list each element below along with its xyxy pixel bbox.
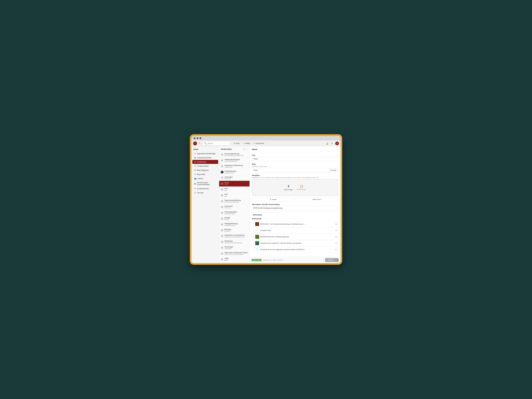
- add-page-icon[interactable]: ✏: [243, 148, 245, 150]
- mp-item-sharepoint[interactable]: ⊟ SharePoint und SharePoint Online share…: [219, 233, 249, 239]
- select-from-button[interactable]: Select from ▾: [296, 197, 338, 201]
- mp-item-arbeits[interactable]: ⊟ Arbeitsablaufanalyse arbeitsablaufanal…: [219, 158, 249, 163]
- delete-item-1-icon[interactable]: 🗑: [335, 229, 337, 232]
- sidebar-item-label-funktions: Funktionsseiten: [197, 165, 209, 167]
- sidebar-item-funktions[interactable]: ☰ Funktionsseiten: [192, 164, 218, 168]
- slug-row: Generate: [252, 168, 338, 172]
- delete-item-2-icon[interactable]: 🗑: [335, 236, 337, 238]
- sidebar-item-blog-kat[interactable]: ⊞ Blog Kategorien: [192, 168, 218, 172]
- mp-item-datenschutz[interactable]: ⊟ Datenschutzerklärung datenschutzerklae…: [219, 198, 249, 204]
- mp-item-strategie[interactable]: ⊟ Strategieberatung strategieberatung: [219, 222, 249, 227]
- mp-item-workshops[interactable]: ⊟ Workshops arbeitsprozessunterstuezung: [219, 239, 249, 245]
- chevron-down-icon: ▾: [321, 198, 322, 200]
- mp-item-slug-agbs: agbs: [224, 260, 248, 261]
- traffic-light-close[interactable]: [194, 137, 196, 139]
- meta-toggle[interactable]: › Meta Daten: [252, 214, 338, 216]
- app-logo: P: [193, 141, 197, 145]
- mp-item-kontakt[interactable]: ⊟ Kontakt kontakt: [219, 216, 249, 222]
- mp-item-office365[interactable]: ⊟ Office 365 und Microsoft Teams office-…: [219, 251, 249, 256]
- sidebar-item-allgemeine[interactable]: ⚙ Allgemeine Einstellungen: [192, 152, 218, 156]
- content-items-list: ⠿ PROFILIUM - Ihre Unternehmensberatung …: [252, 221, 338, 253]
- tab-media[interactable]: ◎ Media: [243, 142, 251, 145]
- notifications-icon[interactable]: 🔔: [325, 142, 329, 145]
- delete-item-3-icon[interactable]: 🗑: [335, 242, 337, 244]
- mp-item-slug-leistungen: leistungen: [224, 178, 248, 180]
- content-item-name-3: "Arbeitsprozesse optimieren" heißt den E…: [260, 242, 334, 244]
- content-item-name-2: Mit PROFILIUM interne Abläufe optimieren: [260, 236, 334, 238]
- settings-icon[interactable]: ⚙: [330, 142, 334, 145]
- grid-icon: ⊞: [194, 169, 196, 171]
- mp-item-agbs[interactable]: ⊟ AGBs agbs: [219, 256, 249, 262]
- mp-item-name-schulungen: Schulungen: [224, 246, 248, 248]
- sidebar-item-inhalts[interactable]: ⊟ Inhaltsseiten: [192, 160, 218, 164]
- search-bar[interactable]: 🔍: [203, 141, 230, 145]
- drag-handle-icon-3[interactable]: ⠿: [253, 242, 254, 244]
- sidebar-item-formular[interactable]: ☰ Formular: [192, 191, 218, 195]
- delete-item-4-icon[interactable]: 🗑: [335, 248, 337, 251]
- more-options-icon[interactable]: ⋮: [246, 148, 248, 150]
- topbar-right: 🔔 ⚙ D: [325, 142, 339, 145]
- title-input[interactable]: [252, 157, 338, 161]
- mp-item-schulungen[interactable]: ⊟ Schulungen schulungen: [219, 245, 249, 251]
- publish-btn-group: Publish ▾: [325, 258, 339, 262]
- chevron-right-icon: ›: [252, 214, 252, 216]
- drag-handle-icon[interactable]: ⠿: [253, 223, 254, 225]
- content-item-1: ⠿ 📄 Company Facts 🗑: [252, 228, 338, 233]
- sidebar-title: Inhalt: [191, 146, 219, 152]
- mp-item-beratung[interactable]: ⊟ Beratung beratung: [219, 227, 249, 233]
- publish-dropdown-arrow[interactable]: ▾: [336, 258, 339, 262]
- mp-item-potenzial[interactable]: ⊟ Potenzialanalyse potenzialanalyse: [219, 210, 249, 216]
- generate-button[interactable]: Generate: [328, 168, 338, 172]
- hauptbild-sublabel: Hauptbild der Seite, wird immer dann ein…: [252, 177, 338, 178]
- tab-dashboard[interactable]: ⊟ Dashboard: [253, 142, 265, 145]
- mp-item-impressum[interactable]: ⊟ Impressum impressum: [219, 204, 249, 210]
- drop-zone: ⬆ Drop image: [284, 184, 293, 191]
- right-panel: Home ⋮ Titel Slug Sichtbarer Link der Se…: [250, 146, 341, 263]
- mp-item-kundenstimmen[interactable]: Kundenstimmen kundenstimmen: [219, 169, 249, 175]
- publish-button[interactable]: Publish: [325, 258, 336, 262]
- pages-icon: ⊟: [194, 161, 196, 163]
- right-panel-body: Titel Slug Sichtbarer Link der Seite Gen…: [250, 152, 341, 257]
- slug-input[interactable]: [252, 168, 327, 172]
- more-options-icon[interactable]: ⋮: [336, 148, 338, 151]
- sidebar: Inhalt ⚙ Allgemeine Einstellungen ▦ Unte…: [191, 146, 219, 263]
- alt-text-input[interactable]: [252, 206, 338, 210]
- mp-item-home[interactable]: ⊟ Home home: [219, 181, 249, 187]
- upload-button[interactable]: ⬆ Upload: [252, 197, 295, 201]
- traffic-light-minimize[interactable]: [196, 137, 198, 139]
- mp-item-slug-workshops: arbeitsprozessunterstuezung: [224, 242, 248, 244]
- image-upload-area[interactable]: ⬆ Drop image 📋 Paste image: [252, 179, 338, 196]
- sidebar-item-blog-art[interactable]: ⊟ Blog Artikel: [192, 172, 218, 176]
- sidebar-item-grund[interactable]: ▦ Grund für gute Zusammenarbeit: [192, 181, 218, 186]
- drag-handle-icon-4[interactable]: ⠿: [253, 249, 254, 250]
- middle-panel-title: Inhaltsseiten: [221, 148, 232, 150]
- mp-item-leistungen[interactable]: ⊟ Leistungen leistungen: [219, 175, 249, 181]
- sidebar-item-label-kundenstimmen: Kundenstimmen: [197, 188, 209, 190]
- mp-item-icon-datenschutz: ⊟: [221, 200, 223, 203]
- tab-dashboard-label: Dashboard: [256, 142, 264, 144]
- drag-handle-icon-2[interactable]: ⠿: [253, 236, 254, 238]
- window: P ✏️ 🔍 ⊞ Desk ◎ Media ⊟ Dashboard: [191, 136, 341, 263]
- mp-item-text-schulungen: Schulungen schulungen: [224, 246, 248, 249]
- delete-item-0-icon[interactable]: 🗑: [335, 223, 337, 225]
- sidebar-item-kundenstimmen[interactable]: ★ Kundenstimmen: [192, 187, 218, 191]
- drag-handle-icon-1[interactable]: ⠿: [253, 230, 254, 231]
- sidebar-item-autoren[interactable]: 👥 Autoren: [192, 177, 218, 181]
- traffic-light-maximize[interactable]: [200, 137, 201, 139]
- article-icon: ⊟: [194, 173, 196, 175]
- mp-item-prozess[interactable]: ⊟ Prozessoptimierung geschaeftsprozessop…: [219, 152, 249, 158]
- paste-image-label: Paste image: [297, 189, 306, 190]
- mp-item-pup[interactable]: ⊟ PUP pup: [219, 187, 249, 192]
- page-title: Home: [252, 148, 257, 151]
- edit-icon[interactable]: ✏️: [199, 142, 201, 144]
- drop-area-content: ⬆ Drop image 📋 Paste image: [284, 184, 306, 191]
- mp-item-icon-leistungen: ⊟: [221, 177, 223, 179]
- mp-item-kostenlos[interactable]: ⊟ Kostenlose Erstberatung erstberatung ✏: [219, 163, 249, 169]
- tab-desk[interactable]: ⊞ Desk: [233, 142, 240, 145]
- mp-item-psp[interactable]: ⊟ PSP psp: [219, 192, 249, 198]
- sidebar-item-unternehmens[interactable]: ▦ Unternehmensinfos: [192, 156, 218, 160]
- mp-item-icon-potenzial: ⊟: [221, 212, 223, 214]
- avatar[interactable]: D: [335, 142, 339, 145]
- search-input[interactable]: [208, 142, 229, 144]
- mp-item-icon-workshops: ⊟: [221, 241, 223, 243]
